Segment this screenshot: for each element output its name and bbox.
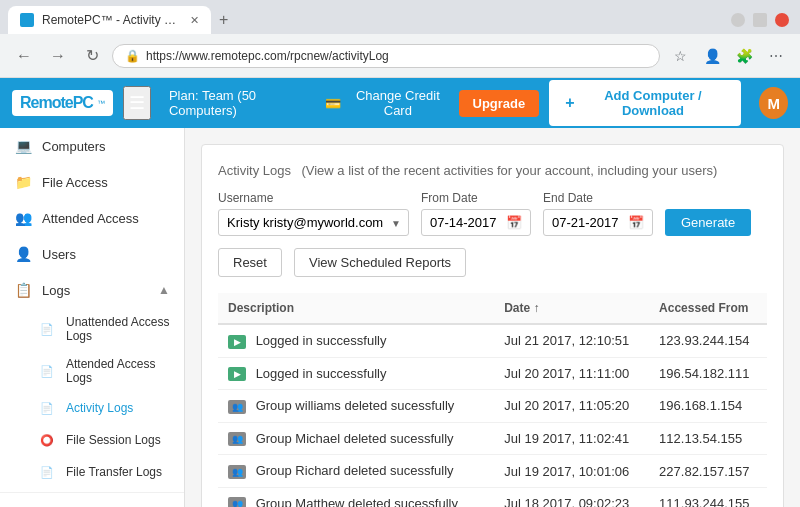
row-icon-4: 👥 [228,465,246,479]
file-transfer-icon: 📄 [38,463,56,481]
table-cell-description: ▶ Logged in successfully [218,324,494,357]
sidebar-item-unattended-logs[interactable]: 📄 Unattended Access Logs [30,308,184,350]
table-cell-accessed-from-4: 227.82.157.157 [649,455,767,488]
tab-bar: RemotePC™ - Activity Logs ✕ + [0,0,800,34]
sidebar-label-attended-access: Attended Access [42,211,170,226]
sidebar-divider-1 [0,492,184,493]
row-description-1: Logged in successfully [256,366,387,381]
activity-log-table: Description Date ↑ Accessed From ▶ Logge… [218,293,767,507]
table-cell-description: 👥 Group williams deleted sucessfully [218,390,494,423]
sidebar-label-activity-logs: Activity Logs [66,401,170,415]
back-button[interactable]: ← [10,42,38,70]
extensions-icon[interactable]: 🧩 [730,42,758,70]
view-scheduled-reports-button[interactable]: View Scheduled Reports [294,248,466,277]
table-cell-accessed-from-3: 112.13.54.155 [649,422,767,455]
reset-button[interactable]: Reset [218,248,282,277]
table-cell-date-3: Jul 19 2017, 11:02:41 [494,422,649,455]
forward-button[interactable]: → [44,42,72,70]
sidebar-item-attended-logs[interactable]: 📄 Attended Access Logs [30,350,184,392]
profile-icon[interactable]: 👤 [698,42,726,70]
table-body: ▶ Logged in successfully Jul 21 2017, 12… [218,324,767,507]
active-tab[interactable]: RemotePC™ - Activity Logs ✕ [8,6,211,34]
row-description-2: Group williams deleted sucessfully [256,398,455,413]
window-maximize-button[interactable] [753,13,767,27]
table-header-accessed-from: Accessed From [649,293,767,324]
main-content: Activity Logs (View a list of the recent… [185,128,800,507]
tab-close-button[interactable]: ✕ [190,14,199,27]
url-display: https://www.remotepc.com/rpcnew/activity… [146,49,647,63]
window-minimize-button[interactable] [731,13,745,27]
upgrade-button[interactable]: Upgrade [459,90,540,117]
activity-logs-icon: 📄 [38,399,56,417]
sidebar-label-unattended-logs: Unattended Access Logs [66,315,170,343]
table-cell-description: 👥 Group Matthew deleted sucessfully [218,487,494,507]
end-date-value: 07-21-2017 [552,215,619,230]
table-header-date[interactable]: Date ↑ [494,293,649,324]
plus-icon: + [565,94,574,112]
table-row: 👥 Group williams deleted sucessfully Jul… [218,390,767,423]
bookmark-icon[interactable]: ☆ [666,42,694,70]
sidebar-item-file-transfer-logs[interactable]: 📄 File Transfer Logs [30,456,184,488]
from-date-value: 07-14-2017 [430,215,497,230]
username-filter-group: Username Kristy kristy@myworld.com [218,191,409,236]
logs-icon: 📋 [14,281,32,299]
generate-button[interactable]: Generate [665,209,751,236]
end-date-label: End Date [543,191,653,205]
sidebar: 💻 Computers 📁 File Access 👥 Attended Acc… [0,128,185,507]
logs-expand-arrow: ▲ [158,283,170,297]
user-avatar[interactable]: M [759,87,788,119]
file-session-icon: ⭕ [38,431,56,449]
table-row: 👥 Group Richard deleted sucessfully Jul … [218,455,767,488]
address-bar[interactable]: 🔒 https://www.remotepc.com/rpcnew/activi… [112,44,660,68]
end-date-input[interactable]: 07-21-2017 📅 [543,209,653,236]
menu-icon[interactable]: ⋯ [762,42,790,70]
logo-text: RemotePC [20,94,93,112]
sidebar-item-logs[interactable]: 📋 Logs ▲ [0,272,184,308]
sidebar-item-my-account[interactable]: 👤 My Account [0,497,184,507]
tab-favicon [20,13,34,27]
row-icon-0: ▶ [228,335,246,349]
refresh-button[interactable]: ↻ [78,42,106,70]
from-date-input[interactable]: 07-14-2017 📅 [421,209,531,236]
browser-nav: ← → ↻ 🔒 https://www.remotepc.com/rpcnew/… [0,34,800,78]
sidebar-item-attended-access[interactable]: 👥 Attended Access [0,200,184,236]
sidebar-label-logs: Logs [42,283,148,298]
new-tab-button[interactable]: + [211,9,236,31]
row-description-0: Logged in successfully [256,333,387,348]
panel-title-text: Activity Logs [218,163,291,178]
add-computer-label: Add Computer / Download [581,88,726,118]
username-select-wrapper: Kristy kristy@myworld.com [218,209,409,236]
sidebar-item-file-access[interactable]: 📁 File Access [0,164,184,200]
table-cell-accessed-from-5: 111.93.244.155 [649,487,767,507]
table-header-description: Description [218,293,494,324]
add-computer-button[interactable]: + Add Computer / Download [549,80,741,126]
row-icon-1: ▶ [228,367,246,381]
change-credit-card-button[interactable]: 💳 Change Credit Card [325,88,448,118]
hamburger-menu-button[interactable]: ☰ [123,86,151,120]
credit-card-label: Change Credit Card [347,88,448,118]
username-label: Username [218,191,409,205]
sidebar-label-file-access: File Access [42,175,170,190]
sidebar-item-file-session-logs[interactable]: ⭕ File Session Logs [30,424,184,456]
sidebar-label-file-session: File Session Logs [66,433,170,447]
table-row: 👥 Group Matthew deleted sucessfully Jul … [218,487,767,507]
table-row: 👥 Group Michael deleted sucessfully Jul … [218,422,767,455]
row-description-5: Group Matthew deleted sucessfully [256,496,458,507]
logs-submenu: 📄 Unattended Access Logs 📄 Attended Acce… [0,308,184,488]
window-close-button[interactable] [775,13,789,27]
table-cell-accessed-from-2: 196.168.1.154 [649,390,767,423]
ssl-lock-icon: 🔒 [125,49,140,63]
table-cell-date-4: Jul 19 2017, 10:01:06 [494,455,649,488]
row-description-3: Group Michael deleted sucessfully [256,431,454,446]
table-row: ▶ Logged in successfully Jul 20 2017, 11… [218,357,767,390]
sidebar-item-users[interactable]: 👤 Users [0,236,184,272]
plan-label: Plan: Team (50 Computers) [169,88,311,118]
browser-chrome: RemotePC™ - Activity Logs ✕ + ← → ↻ 🔒 ht… [0,0,800,78]
username-select[interactable]: Kristy kristy@myworld.com [218,209,409,236]
sidebar-item-activity-logs[interactable]: 📄 Activity Logs [30,392,184,424]
row-icon-2: 👥 [228,400,246,414]
attended-logs-icon: 📄 [38,362,56,380]
table-cell-accessed-from-0: 123.93.244.154 [649,324,767,357]
sidebar-item-computers[interactable]: 💻 Computers [0,128,184,164]
table-cell-description: ▶ Logged in successfully [218,357,494,390]
